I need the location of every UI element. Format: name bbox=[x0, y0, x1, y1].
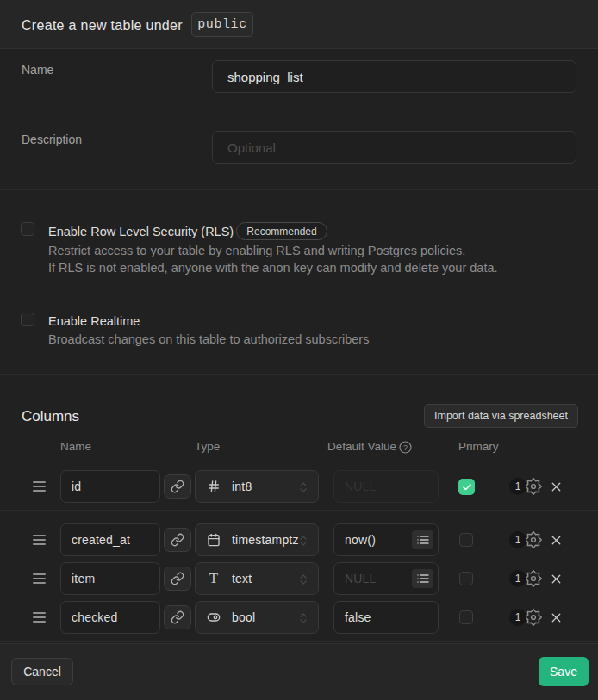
svg-text:?: ? bbox=[403, 443, 408, 452]
